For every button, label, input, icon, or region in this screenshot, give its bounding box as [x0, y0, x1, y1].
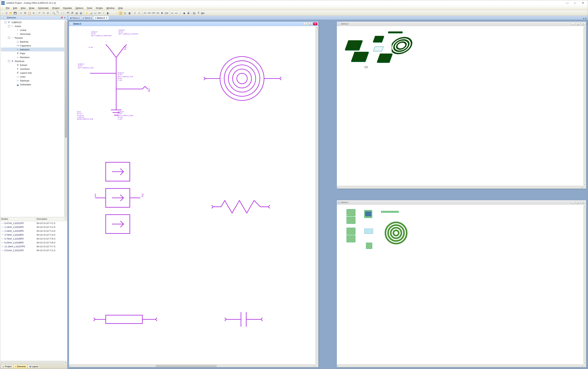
- model-row[interactable]: -○-3.78nH_L10104P5W=10 S=10 T=4.5: [0, 233, 67, 237]
- menu-simulate[interactable]: Simulate: [61, 6, 74, 10]
- sidebar-hscroll[interactable]: ◂▸: [0, 361, 67, 364]
- sub-button[interactable]: SUB: [156, 11, 160, 15]
- meas-button[interactable]: 1001: [97, 11, 101, 15]
- panel-close-button[interactable]: ✕: [63, 16, 66, 19]
- model-row[interactable]: -○-0.47nH_L10101P5W=10 S=10 T=1.5: [0, 221, 67, 225]
- mdi-minimize-button[interactable]: —: [571, 201, 575, 204]
- zoom-fit-button[interactable]: ⛶: [60, 11, 64, 15]
- models-scroll-up-icon[interactable]: ▴: [64, 217, 67, 221]
- model-row[interactable]: -○-1.14nH_L10102P5W=10 S=10 T=2.5: [0, 225, 67, 229]
- copy-button[interactable]: ⧉: [23, 11, 27, 15]
- tree-node-active[interactable]: − ⊦ Active: [1, 24, 67, 28]
- new-button[interactable]: 🗋: [5, 11, 9, 15]
- tabstrip-dropdown-icon[interactable]: ▾: [583, 17, 584, 20]
- highlight-button[interactable]: ◆: [182, 11, 186, 15]
- resize-gripper-icon[interactable]: [583, 364, 586, 367]
- menu-view[interactable]: View: [19, 6, 27, 10]
- tile-v-button[interactable]: ▥: [79, 11, 83, 15]
- menu-file[interactable]: File: [4, 6, 11, 10]
- gnd-button[interactable]: GND: [147, 11, 151, 15]
- menu-tools[interactable]: Tools: [85, 6, 94, 10]
- opt-button[interactable]: ◧: [106, 11, 110, 15]
- tree-node-substrates[interactable]: ▃Substrates: [1, 82, 67, 86]
- mdi-titlebar[interactable]: ◈ Demo:2 — ◻ ✕: [337, 21, 586, 26]
- doc-tab-demo3[interactable]: σDemo:3✕: [93, 16, 109, 20]
- mdi-titlebar[interactable]: σ Demo:3 — ◻ ✕: [69, 21, 318, 26]
- tile-h-button[interactable]: ▤: [75, 11, 79, 15]
- notes-button[interactable]: ▤▾: [201, 11, 205, 15]
- 3d-canvas[interactable]: [337, 26, 583, 186]
- model-row[interactable]: -○-0.51nH_L15101P5W=15 S=10 T=1.5: [0, 248, 67, 252]
- menu-help[interactable]: Help: [116, 6, 125, 10]
- doc-tab-demo1[interactable]: ▦Demo:1: [68, 16, 81, 20]
- vscrollbar[interactable]: ▴▾: [583, 26, 586, 186]
- close-button[interactable]: ✕: [579, 0, 587, 5]
- mdi-maximize-button[interactable]: ◻: [308, 22, 312, 25]
- cascade-button[interactable]: 🗗: [70, 11, 74, 15]
- mdi-maximize-button[interactable]: ◻: [576, 201, 580, 204]
- menu-options[interactable]: Options: [74, 6, 85, 10]
- connect-button[interactable]: ⊶: [170, 11, 174, 15]
- layout-canvas[interactable]: [337, 205, 583, 364]
- tree-node-linear[interactable]: ⊦ Linear: [1, 28, 67, 32]
- simulate-button[interactable]: ⚡: [85, 11, 89, 15]
- collapse-icon[interactable]: −: [8, 60, 10, 62]
- tabstrip-close-icon[interactable]: ✕: [585, 17, 587, 20]
- view-graph-button[interactable]: 📊: [89, 11, 93, 15]
- tree-node-capacitors[interactable]: ⊣⊢Capacitors: [1, 44, 67, 48]
- tree-scrollbar[interactable]: ▴ ▾: [64, 20, 67, 217]
- redo-button[interactable]: ↷: [42, 11, 46, 15]
- minimize-button[interactable]: —: [563, 0, 571, 5]
- tree-node-root[interactable]: − X *LIBRO15: [1, 20, 67, 24]
- mdi-close-button[interactable]: ✕: [581, 22, 585, 25]
- mdi-close-button[interactable]: ✕: [313, 22, 317, 25]
- model-row[interactable]: -○-8.25nH_L10106P5W=10 S=10 T=6.5: [0, 240, 67, 244]
- eqn-button[interactable]: X=YEQN: [192, 11, 196, 15]
- menu-window[interactable]: Window: [105, 6, 116, 10]
- mdi-titlebar[interactable]: ▦ Demo:1 — ◻ ✕: [337, 200, 586, 205]
- tree-node-pads[interactable]: XPads: [1, 51, 67, 55]
- menu-draw[interactable]: Draw: [27, 6, 36, 10]
- model-row[interactable]: -○-5.75nH_L10105P5W=10 S=10 T=5.5: [0, 237, 67, 240]
- hscrollbar[interactable]: ◂▸: [337, 364, 583, 367]
- print-button[interactable]: 🖶: [187, 11, 190, 15]
- sidebar-tab-layout[interactable]: ▦Layout: [28, 365, 40, 369]
- tree-node-shortcuts[interactable]: − X Shortcuts: [1, 59, 67, 63]
- panel3-button[interactable]: ◨: [127, 11, 131, 15]
- models-header-desc[interactable]: Description: [36, 217, 64, 221]
- hscrollbar[interactable]: ◂▸: [69, 364, 315, 367]
- panel-pin-button[interactable]: 📌: [60, 16, 63, 19]
- view-table-button[interactable]: ▭: [93, 11, 97, 15]
- undo-button[interactable]: ↶: [38, 11, 42, 15]
- zoom-out-button[interactable]: 🔍⁻: [56, 11, 60, 15]
- sidebar-tab-project[interactable]: 🗂Project: [1, 365, 13, 369]
- menu-scripts[interactable]: Scripts: [94, 6, 105, 10]
- sidebar-tab-elements[interactable]: σElements: [13, 365, 27, 369]
- mdi-minimize-button[interactable]: —: [303, 22, 307, 25]
- collapse-icon[interactable]: −: [8, 37, 10, 39]
- add-shape-button[interactable]: ✚: [160, 11, 164, 15]
- new-window-button[interactable]: 🗔: [66, 11, 70, 15]
- collapse-icon[interactable]: −: [8, 25, 10, 27]
- up-button[interactable]: ⇧: [102, 11, 105, 15]
- resize-gripper-icon[interactable]: [315, 364, 318, 367]
- tree-node-backvia[interactable]: ▢BackVia: [1, 40, 67, 44]
- doc-tab-demo2[interactable]: ◈Demo:2: [81, 16, 94, 20]
- tree-node-layoutonly[interactable]: XLayout only: [1, 71, 67, 75]
- refresh-button[interactable]: ⟳: [46, 11, 50, 15]
- cut-button[interactable]: ✂: [19, 11, 23, 15]
- tree-node-junctions[interactable]: ⊽Junctions: [1, 67, 67, 71]
- tree-node-extract[interactable]: XExtract: [1, 63, 67, 67]
- mdi-close-button[interactable]: ✕: [581, 201, 585, 204]
- model-row[interactable]: -○-11.19nH_L10107P5W=10 S=10 T=7.5: [0, 244, 67, 248]
- resize-gripper-icon[interactable]: [583, 186, 586, 189]
- tree-node-nonlinear[interactable]: ⊦ NonLinear: [1, 32, 67, 36]
- delete-button[interactable]: ✕: [32, 11, 36, 15]
- hscrollbar[interactable]: ◂▸: [337, 186, 583, 189]
- panel1-button[interactable]: ◫: [119, 11, 123, 15]
- mdi-maximize-button[interactable]: ◻: [576, 22, 580, 25]
- tree-node-inductors[interactable]: ∿Inductors: [1, 48, 67, 51]
- vscrollbar[interactable]: ▴▾: [583, 205, 586, 364]
- mdi-minimize-button[interactable]: —: [571, 22, 575, 25]
- tab-close-icon[interactable]: ✕: [106, 17, 107, 19]
